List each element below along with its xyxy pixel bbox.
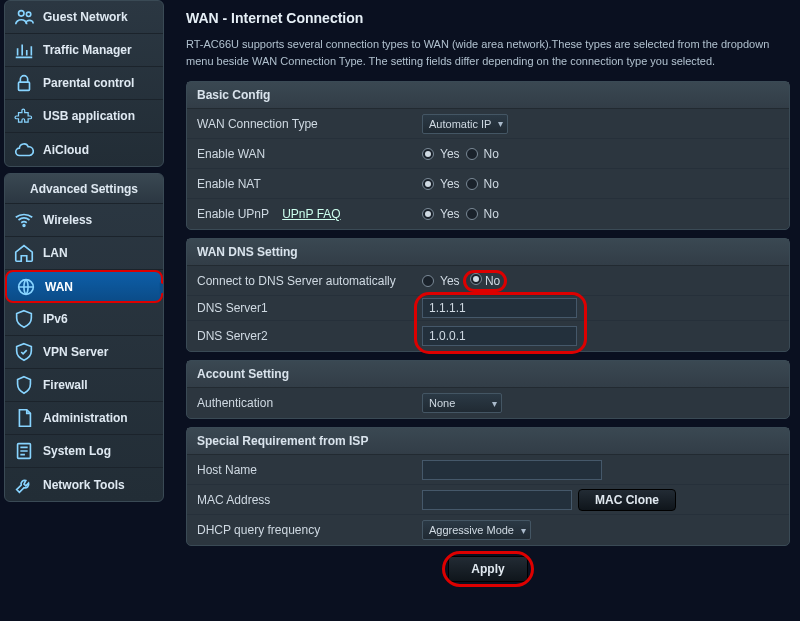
- upnp-faq-link[interactable]: UPnP FAQ: [282, 207, 340, 221]
- sidebar-item-label: WAN: [45, 280, 73, 294]
- globe-icon: [15, 276, 37, 298]
- panel-header-dns: WAN DNS Setting: [187, 239, 789, 266]
- host-name-label: Host Name: [187, 463, 422, 477]
- page-title: WAN - Internet Connection: [186, 10, 790, 26]
- home-icon: [13, 242, 35, 264]
- enable-wan-yes-radio[interactable]: [422, 148, 434, 160]
- sidebar-item-traffic-manager[interactable]: Traffic Manager: [5, 34, 163, 67]
- sidebar-item-wireless[interactable]: Wireless: [5, 204, 163, 237]
- advanced-settings-title: Advanced Settings: [5, 174, 163, 204]
- enable-nat-label: Enable NAT: [187, 177, 422, 191]
- authentication-label: Authentication: [187, 396, 422, 410]
- isp-panel: Special Requirement from ISP Host Name M…: [186, 427, 790, 546]
- wifi-icon: [13, 209, 35, 231]
- sidebar-item-wan[interactable]: WAN: [5, 270, 163, 303]
- shield-icon: [13, 341, 35, 363]
- sidebar-item-label: Parental control: [43, 76, 134, 90]
- enable-upnp-label: Enable UPnP UPnP FAQ: [187, 207, 422, 221]
- svg-point-0: [19, 11, 25, 16]
- cloud-icon: [13, 139, 35, 161]
- panel-header-basic: Basic Config: [187, 82, 789, 109]
- wan-dns-panel: WAN DNS Setting Connect to DNS Server au…: [186, 238, 790, 352]
- sidebar-item-administration[interactable]: Administration: [5, 402, 163, 435]
- sidebar-item-system-log[interactable]: System Log: [5, 435, 163, 468]
- svg-rect-2: [19, 82, 30, 90]
- main-content: WAN - Internet Connection RT-AC66U suppo…: [168, 0, 800, 621]
- apply-button[interactable]: Apply: [448, 556, 527, 582]
- sidebar-item-guest-network[interactable]: Guest Network: [5, 1, 163, 34]
- enable-wan-label: Enable WAN: [187, 147, 422, 161]
- sidebar-item-lan[interactable]: LAN: [5, 237, 163, 270]
- sidebar-top-group: Guest Network Traffic Manager Parental c…: [4, 0, 164, 167]
- svg-point-1: [26, 12, 30, 16]
- authentication-select[interactable]: None: [422, 393, 502, 413]
- sidebar-item-parental-control[interactable]: Parental control: [5, 67, 163, 100]
- enable-wan-no-radio[interactable]: [466, 148, 478, 160]
- dhcp-frequency-label: DHCP query frequency: [187, 523, 422, 537]
- sidebar-item-firewall[interactable]: Firewall: [5, 369, 163, 402]
- mac-clone-button[interactable]: MAC Clone: [578, 489, 676, 511]
- wan-connection-type-label: WAN Connection Type: [187, 117, 422, 131]
- enable-upnp-yes-radio[interactable]: [422, 208, 434, 220]
- firewall-icon: [13, 374, 35, 396]
- dhcp-frequency-select[interactable]: Aggressive Mode: [422, 520, 531, 540]
- sidebar-item-label: Guest Network: [43, 10, 128, 24]
- sidebar-item-network-tools[interactable]: Network Tools: [5, 468, 163, 501]
- sidebar-item-label: VPN Server: [43, 345, 108, 359]
- doc-icon: [13, 407, 35, 429]
- mac-address-input[interactable]: [422, 490, 572, 510]
- sidebar-item-vpn-server[interactable]: VPN Server: [5, 336, 163, 369]
- basic-config-panel: Basic Config WAN Connection Type Automat…: [186, 81, 790, 230]
- sidebar-item-label: Firewall: [43, 378, 88, 392]
- enable-upnp-no-radio[interactable]: [466, 208, 478, 220]
- sidebar-item-label: LAN: [43, 246, 68, 260]
- account-setting-panel: Account Setting Authentication None: [186, 360, 790, 419]
- tools-icon: [13, 474, 35, 496]
- host-name-input[interactable]: [422, 460, 602, 480]
- sidebar-item-label: Administration: [43, 411, 128, 425]
- panel-header-account: Account Setting: [187, 361, 789, 388]
- sidebar-item-label: AiCloud: [43, 143, 89, 157]
- users-icon: [13, 6, 35, 28]
- sidebar-item-label: IPv6: [43, 312, 68, 326]
- dns-auto-yes-radio[interactable]: [422, 275, 434, 287]
- shield6-icon: [13, 308, 35, 330]
- panel-header-isp: Special Requirement from ISP: [187, 428, 789, 455]
- wan-connection-type-select[interactable]: Automatic IP: [422, 114, 508, 134]
- puzzle-icon: [13, 105, 35, 127]
- sidebar-item-label: Wireless: [43, 213, 92, 227]
- dns-auto-label: Connect to DNS Server automatically: [187, 274, 422, 288]
- mac-address-label: MAC Address: [187, 493, 422, 507]
- dns-server2-label: DNS Server2: [187, 329, 422, 343]
- page-description: RT-AC66U supports several connection typ…: [186, 36, 790, 69]
- svg-point-3: [23, 225, 25, 227]
- dns-auto-no-radio[interactable]: [470, 273, 482, 285]
- sidebar-item-label: USB application: [43, 109, 135, 123]
- dns-server2-input[interactable]: [422, 326, 577, 346]
- sidebar-item-label: Traffic Manager: [43, 43, 132, 57]
- chart-icon: [13, 39, 35, 61]
- sidebar-item-usb-application[interactable]: USB application: [5, 100, 163, 133]
- enable-nat-yes-radio[interactable]: [422, 178, 434, 190]
- dns-server1-label: DNS Server1: [187, 301, 422, 315]
- sidebar-item-ipv6[interactable]: IPv6: [5, 303, 163, 336]
- sidebar-item-label: System Log: [43, 444, 111, 458]
- log-icon: [13, 440, 35, 462]
- lock-icon: [13, 72, 35, 94]
- sidebar-item-aicloud[interactable]: AiCloud: [5, 133, 163, 166]
- dns-server1-input[interactable]: [422, 298, 577, 318]
- sidebar-advanced-group: Advanced Settings Wireless LAN WAN IPv6 …: [4, 173, 164, 502]
- enable-nat-no-radio[interactable]: [466, 178, 478, 190]
- sidebar-item-label: Network Tools: [43, 478, 125, 492]
